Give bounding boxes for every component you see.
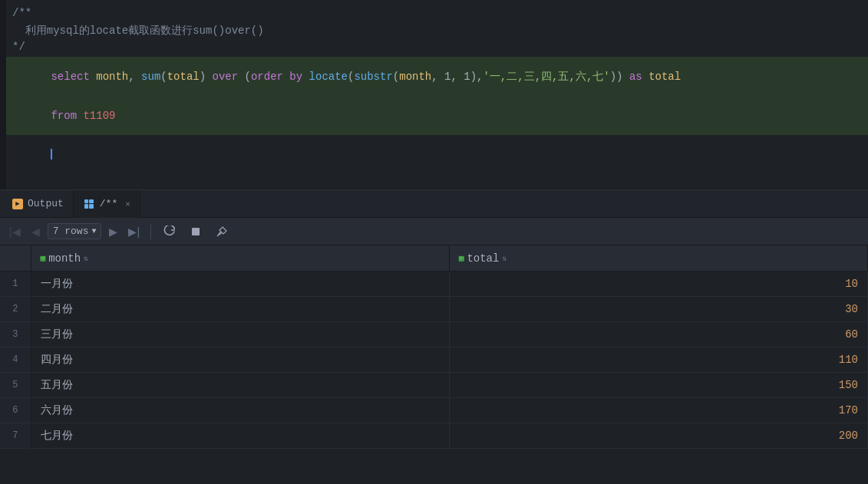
tab-query[interactable]: /** ✕ [74, 190, 140, 218]
grid-icon [83, 198, 95, 210]
col-label-total: total [467, 252, 499, 265]
sort-icon-month: ⇅ [84, 254, 88, 263]
tab-output-label: Output [28, 198, 64, 209]
cell-month: 一月份 [31, 271, 449, 296]
cell-total: 200 [449, 423, 867, 448]
pin-icon [216, 226, 228, 238]
tab-close-button[interactable]: ✕ [125, 199, 130, 209]
table-row: 4四月份110 [0, 347, 868, 372]
line-1-content: /** [6, 7, 868, 19]
cell-total: 150 [449, 372, 867, 397]
sort-icon-total: ⇅ [502, 254, 507, 263]
cell-month: 六月份 [31, 397, 449, 423]
cell-total: 60 [449, 321, 867, 347]
output-icon: ▶ [12, 199, 23, 209]
results-table: ▦ month ⇅ ▦ total ⇅ 1一月份102二月 [0, 245, 868, 449]
cell-row-num: 7 [0, 423, 31, 448]
cell-month: 七月份 [31, 423, 449, 448]
cell-total: 10 [449, 271, 867, 296]
results-table-container: ▦ month ⇅ ▦ total ⇅ 1一月份102二月 [0, 245, 868, 484]
text-cursor [51, 149, 52, 160]
code-line-1: /** [0, 6, 868, 23]
result-toolbar: |◀ ◀ 7 rows ▼ ▶ ▶| [0, 218, 868, 245]
col-label-month: month [48, 252, 81, 265]
stop-button[interactable] [185, 222, 206, 241]
cell-row-num: 2 [0, 296, 31, 321]
col-header-month[interactable]: ▦ month ⇅ [31, 245, 449, 271]
first-page-button[interactable]: |◀ [6, 224, 24, 239]
table-row: 3三月份60 [0, 321, 868, 347]
cell-row-num: 3 [0, 321, 31, 347]
bottom-panel: ▶ Output /** ✕ |◀ ◀ 7 rows ▼ ▶ ▶| [0, 190, 868, 484]
col-header-total[interactable]: ▦ total ⇅ [449, 245, 867, 271]
line-6-content [6, 136, 868, 173]
table-col-icon-total: ▦ [459, 253, 464, 263]
cell-month: 二月份 [31, 296, 449, 321]
editor-panel: /** 利用mysql的locate截取函数进行sum()over() */ s… [0, 0, 868, 190]
table-col-icon-month: ▦ [41, 253, 46, 263]
cell-row-num: 6 [0, 397, 31, 423]
total-header-cell: ▦ total ⇅ [459, 252, 507, 265]
code-line-3: */ [0, 40, 868, 57]
table-body: 1一月份102二月份303三月份604四月份1105五月份1506六月份1707… [0, 271, 868, 448]
cell-total: 110 [449, 347, 867, 372]
grid-icon-visual [84, 199, 94, 209]
cell-month: 四月份 [31, 347, 449, 372]
cell-total: 170 [449, 397, 867, 423]
month-header-cell: ▦ month ⇅ [41, 252, 89, 265]
cell-month: 三月份 [31, 321, 449, 347]
table-row: 7七月份200 [0, 423, 868, 448]
svg-line-1 [217, 234, 219, 236]
line-5-content: from t1109 [6, 97, 868, 134]
line-2-content: 利用mysql的locate截取函数进行sum()over() [6, 24, 868, 38]
rows-per-page-select[interactable]: 7 rows ▼ [48, 223, 102, 239]
rows-dropdown-icon: ▼ [91, 227, 96, 235]
next-page-button[interactable]: ▶ [106, 224, 120, 239]
table-row: 6六月份170 [0, 397, 868, 423]
cell-row-num: 4 [0, 347, 31, 372]
cell-row-num: 1 [0, 271, 31, 296]
table-row: 1一月份10 [0, 271, 868, 296]
cell-row-num: 5 [0, 372, 31, 397]
line-4-content: select month, sum(total) over (order by … [6, 58, 868, 96]
code-line-4: select month, sum(total) over (order by … [0, 57, 868, 97]
table-header-row: ▦ month ⇅ ▦ total ⇅ [0, 245, 868, 271]
table-row: 5五月份150 [0, 372, 868, 397]
tabs-bar: ▶ Output /** ✕ [0, 190, 868, 218]
prev-page-button[interactable]: ◀ [28, 224, 43, 239]
code-line-2: 利用mysql的locate截取函数进行sum()over() [0, 23, 868, 40]
tab-output[interactable]: ▶ Output [3, 190, 74, 218]
table-row: 2二月份30 [0, 296, 868, 321]
tab-query-label: /** [100, 198, 117, 209]
last-page-button[interactable]: ▶| [125, 224, 143, 239]
cell-total: 30 [449, 296, 867, 321]
line-3-content: */ [6, 41, 868, 53]
code-line-5: from t1109 [0, 97, 868, 135]
refresh-button[interactable] [159, 222, 180, 241]
code-line-6 [0, 135, 868, 173]
col-header-rownum [0, 245, 31, 271]
svg-rect-0 [192, 228, 200, 235]
stop-icon [190, 226, 202, 238]
rows-count-label: 7 rows [53, 226, 89, 237]
pin-button[interactable] [211, 222, 233, 241]
toolbar-divider-1 [150, 224, 151, 239]
refresh-icon [163, 226, 176, 238]
cell-month: 五月份 [31, 372, 449, 397]
